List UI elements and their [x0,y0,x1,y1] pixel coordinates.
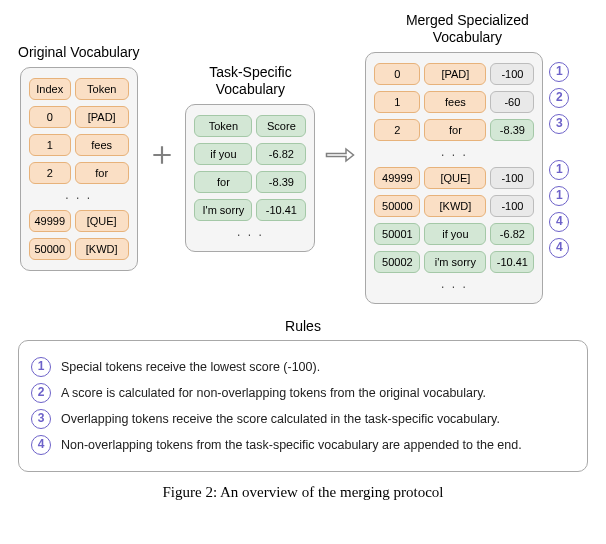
cell-token: for [424,119,486,141]
table-row: 49999 [QUE] [29,210,129,232]
rule-text: Overlapping tokens receive the score cal… [61,412,500,426]
rules-box: 1 Special tokens receive the lowest scor… [18,340,588,472]
figure-caption: Figure 2: An overview of the merging pro… [18,484,588,501]
table-row: I'm sorry -10.41 [194,199,306,221]
cell-token: if you [424,223,486,245]
rule-badge: 1 [31,357,51,377]
rule-text: Special tokens receive the lowest score … [61,360,320,374]
cell-index: 50000 [29,238,71,260]
cell-token: [QUE] [75,210,129,232]
table-row: 50000 [KWD] -100 [374,195,534,217]
rule-badge: 4 [31,435,51,455]
cell-index: 49999 [29,210,71,232]
rule-badge: 2 [549,88,569,108]
arrow-icon [323,143,357,172]
header-score: Score [256,115,306,137]
table-row: 2 for [29,162,129,184]
table-row: if you -6.82 [194,143,306,165]
cell-token: for [194,171,252,193]
rule-badge: 1 [549,186,569,206]
table-row: 50002 i'm sorry -10.41 [374,251,534,273]
rule-row: 1 Special tokens receive the lowest scor… [31,357,575,377]
cell-score: -100 [490,63,534,85]
ellipsis: . . . [29,190,129,204]
rule-badge: 4 [549,212,569,232]
cell-token: [PAD] [424,63,486,85]
rule-badge: 3 [31,409,51,429]
rules-title: Rules [18,318,588,334]
cell-index: 50000 [374,195,420,217]
cell-score: -8.39 [490,119,534,141]
cell-index: 0 [374,63,420,85]
header-index: Index [29,78,71,100]
cell-index: 0 [29,106,71,128]
ellipsis: . . . [374,279,534,293]
cell-score: -6.82 [256,143,306,165]
header-token: Token [194,115,252,137]
table-row: 50000 [KWD] [29,238,129,260]
merged-vocab: Merged Specialized Vocabulary 0 [PAD] -1… [365,12,569,304]
merged-panel: 0 [PAD] -100 1 fees -60 2 for -8.39 . . … [365,52,543,304]
cell-token: [QUE] [424,167,486,189]
cell-index: 1 [374,91,420,113]
cell-token: [KWD] [424,195,486,217]
table-row: 0 [PAD] [29,106,129,128]
table-row: 1 fees [29,134,129,156]
rule-badge: 2 [31,383,51,403]
rule-badge: 3 [549,114,569,134]
top-row: Original Vocabulary Index Token 0 [PAD] … [18,12,588,304]
cell-index: 50001 [374,223,420,245]
cell-score: -100 [490,167,534,189]
cell-index: 50002 [374,251,420,273]
cell-token: I'm sorry [194,199,252,221]
table-row: for -8.39 [194,171,306,193]
cell-index: 1 [29,134,71,156]
header-token: Token [75,78,129,100]
task-title: Task-Specific Vocabulary [195,64,305,98]
rule-row: 2 A score is calculated for non-overlapp… [31,383,575,403]
cell-score: -6.82 [490,223,534,245]
cell-score: -10.41 [256,199,306,221]
task-panel: Token Score if you -6.82 for -8.39 I'm s… [185,104,315,252]
table-row: 49999 [QUE] -100 [374,167,534,189]
plus-icon [147,142,177,173]
cell-index: 2 [29,162,71,184]
cell-score: -100 [490,195,534,217]
rule-badge: 4 [549,238,569,258]
cell-token: fees [75,134,129,156]
rule-text: A score is calculated for non-overlappin… [61,386,486,400]
rule-badge: 1 [549,62,569,82]
table-row: 1 fees -60 [374,91,534,113]
ellipsis: . . . [194,227,306,241]
rule-row: 3 Overlapping tokens receive the score c… [31,409,575,429]
cell-token: for [75,162,129,184]
cell-token: i'm sorry [424,251,486,273]
table-header: Token Score [194,115,306,137]
rule-row: 4 Non-overlapping tokens from the task-s… [31,435,575,455]
cell-token: fees [424,91,486,113]
cell-score: -60 [490,91,534,113]
cell-score: -10.41 [490,251,534,273]
rule-badge: 1 [549,160,569,180]
rule-text: Non-overlapping tokens from the task-spe… [61,438,522,452]
cell-token: [KWD] [75,238,129,260]
table-row: 0 [PAD] -100 [374,63,534,85]
original-panel: Index Token 0 [PAD] 1 fees 2 for . . . 4… [20,67,138,271]
ellipsis: . . . [374,147,534,161]
rule-badges-col: 1 2 3 1 1 4 4 [549,52,569,258]
table-row: 2 for -8.39 [374,119,534,141]
original-vocab: Original Vocabulary Index Token 0 [PAD] … [18,44,139,271]
cell-token: if you [194,143,252,165]
original-title: Original Vocabulary [18,44,139,61]
task-vocab: Task-Specific Vocabulary Token Score if … [185,64,315,252]
cell-index: 49999 [374,167,420,189]
cell-index: 2 [374,119,420,141]
cell-score: -8.39 [256,171,306,193]
merged-title: Merged Specialized Vocabulary [392,12,542,46]
table-row: 50001 if you -6.82 [374,223,534,245]
cell-token: [PAD] [75,106,129,128]
table-header: Index Token [29,78,129,100]
